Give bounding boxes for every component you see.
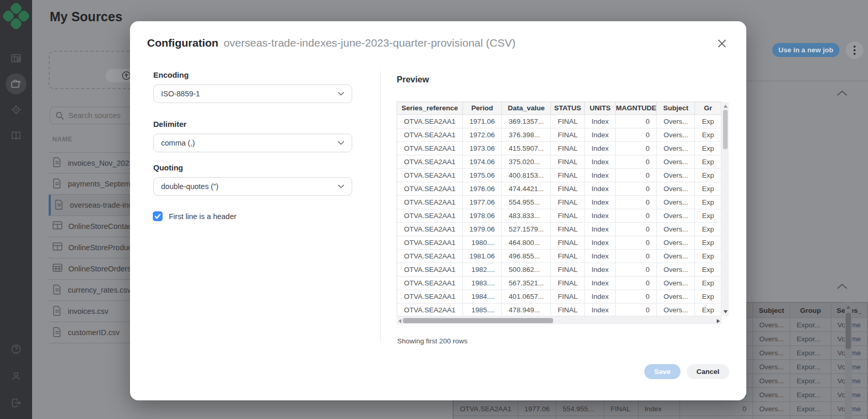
- table-cell: Index: [585, 303, 616, 316]
- table-cell: FINAL: [551, 236, 584, 249]
- file-name: OnlineStoreOrders: [68, 265, 131, 273]
- table-cell: OTVA.SEA2AA1: [397, 155, 462, 168]
- table-cell: Index: [585, 182, 616, 195]
- table-cell: OTVA.SEA2AA1: [397, 236, 462, 249]
- app-logo-clover-icon[interactable]: [2, 2, 31, 31]
- table-row: OTVA.SEA2AA11981.06496.855...FINALIndex0…: [397, 249, 721, 263]
- background-table-scrollbar[interactable]: [845, 302, 852, 419]
- table-cell: Exp: [695, 290, 721, 303]
- table-cell: Overs...: [657, 114, 695, 128]
- file-name: invoices_Nov_2023: [68, 159, 134, 167]
- table-cell: Index: [585, 114, 616, 128]
- table-cell: Index: [585, 276, 616, 290]
- encoding-value: ISO-8859-1: [161, 90, 200, 98]
- use-in-new-job-button[interactable]: Use in a new job: [772, 43, 840, 57]
- delimiter-select[interactable]: comma (,): [153, 134, 352, 152]
- table-cell: 1976.06: [462, 182, 502, 195]
- sidebar-item-sources[interactable]: [6, 74, 26, 94]
- table-cell: 1980....: [462, 236, 502, 249]
- file-name: OnlineStoreProduct: [68, 243, 134, 252]
- cancel-button[interactable]: Cancel: [687, 364, 729, 379]
- scrollbar-thumb[interactable]: [723, 110, 728, 149]
- scroll-right-arrow-icon[interactable]: [717, 319, 720, 323]
- table-cell: 0: [616, 276, 657, 290]
- preview-table-viewport: Series_referencePeriodData_valueSTATUSUN…: [397, 102, 721, 316]
- table-row: OTVA.SEA2AA11980....464.800...FINALIndex…: [397, 236, 721, 249]
- table-cell: Overs...: [753, 402, 790, 416]
- column-header: Series_reference: [397, 102, 462, 114]
- file-name: currency_rates.csv: [68, 286, 131, 294]
- table-row: OTVA.SEA2AA11979.06527.1579...FINALIndex…: [397, 222, 721, 236]
- sidebar-item-explore[interactable]: [6, 99, 26, 120]
- scroll-left-arrow-icon[interactable]: [398, 319, 401, 323]
- table-cell: Overs...: [657, 249, 695, 263]
- sidebar-item-help[interactable]: [6, 339, 26, 359]
- delimiter-value: comma (,): [161, 139, 195, 147]
- table-cell: 1983....: [462, 276, 502, 290]
- column-header: STATUS: [551, 102, 584, 114]
- column-header: Subject: [657, 102, 695, 114]
- first-line-header-checkbox[interactable]: [153, 211, 163, 221]
- table-cell: OTVA.SEA2AA1: [454, 402, 518, 416]
- scrollbar-thumb[interactable]: [846, 313, 851, 349]
- sidebar-item-docs[interactable]: [6, 125, 26, 146]
- doc-file-icon: [52, 326, 62, 339]
- encoding-select[interactable]: ISO-8859-1: [153, 84, 352, 103]
- preview-vertical-scrollbar[interactable]: [722, 102, 729, 316]
- table-cell: 1985....: [462, 303, 502, 316]
- quoting-label: Quoting: [153, 163, 352, 172]
- table-cell: Overs...: [753, 318, 790, 332]
- table-cell: 1984....: [462, 290, 502, 303]
- table-row: OTVA.SEA2AA11971.06369.1357...FINALIndex…: [397, 114, 721, 128]
- table-cell: 1978.06: [462, 209, 502, 222]
- table-cell: FINAL: [551, 209, 584, 222]
- doc-file-icon: [54, 199, 64, 212]
- sidebar-item-jobs[interactable]: [6, 48, 26, 69]
- table-cell: FINAL: [551, 263, 584, 276]
- table-cell: 1971.06: [462, 114, 502, 128]
- first-line-header-label: First line is a header: [169, 212, 237, 221]
- table-cell: 0: [616, 141, 657, 155]
- quoting-select[interactable]: double-quotes ("): [153, 177, 352, 196]
- scroll-up-arrow-icon[interactable]: [724, 105, 728, 108]
- modal-title-label: Configuration: [147, 37, 219, 49]
- table-cell: Expor...: [790, 346, 831, 360]
- table-row: OTVA.SEA2AA11982....500.862...FINALIndex…: [397, 263, 721, 276]
- table-cell: Overs...: [753, 346, 790, 360]
- table-cell: Overs...: [657, 209, 695, 222]
- sidebar-item-account[interactable]: [6, 366, 26, 386]
- sources-folder-icon: [10, 78, 22, 90]
- preview-horizontal-scrollbar[interactable]: [397, 317, 721, 324]
- scroll-down-arrow-icon[interactable]: [724, 310, 728, 313]
- table-cell: Exp: [695, 249, 721, 263]
- table-cell: 0: [616, 249, 657, 263]
- save-button[interactable]: Save: [644, 364, 681, 379]
- table-cell: 464.800...: [502, 236, 551, 249]
- table-cell: Exp: [695, 168, 721, 182]
- table-cell: Overs...: [657, 168, 695, 182]
- preview-table-wrap: Series_referencePeriodData_valueSTATUSUN…: [397, 102, 729, 324]
- table-cell: Expor...: [790, 416, 831, 419]
- more-options-menu[interactable]: [846, 41, 863, 59]
- file-name: customerID.csv: [68, 328, 120, 337]
- table-cell: OTVA.SEA2AA1: [397, 276, 462, 290]
- checkmark-icon: [154, 213, 161, 219]
- table-cell: OTVA.SEA2AA1: [397, 195, 462, 209]
- table-row: OTVA.SEA2AA11985....478.949...FINALIndex…: [397, 303, 721, 316]
- scrollbar-thumb[interactable]: [403, 318, 553, 323]
- preview-table: Series_referencePeriodData_valueSTATUSUN…: [397, 102, 721, 316]
- table-cell: Overs...: [657, 276, 695, 290]
- sidebar-item-logout[interactable]: [6, 393, 26, 413]
- table-cell: FINAL: [551, 249, 584, 263]
- table-row: OTVA.SEA2AA11978.06483.833...FINALIndex0…: [454, 416, 867, 419]
- table-cell: 0: [616, 195, 657, 209]
- table-cell: 376.398...: [502, 128, 551, 141]
- table-cell: 0: [680, 416, 753, 419]
- table-row: OTVA.SEA2AA11974.06375.020...FINALIndex0…: [397, 155, 721, 168]
- scroll-up-arrow-icon[interactable]: [846, 306, 850, 309]
- collapse-preview-chevron-icon[interactable]: [836, 283, 848, 290]
- logout-icon: [10, 397, 22, 409]
- table-cell: Overs...: [657, 236, 695, 249]
- collapse-section-chevron-icon[interactable]: [836, 90, 848, 97]
- close-button[interactable]: [713, 35, 731, 52]
